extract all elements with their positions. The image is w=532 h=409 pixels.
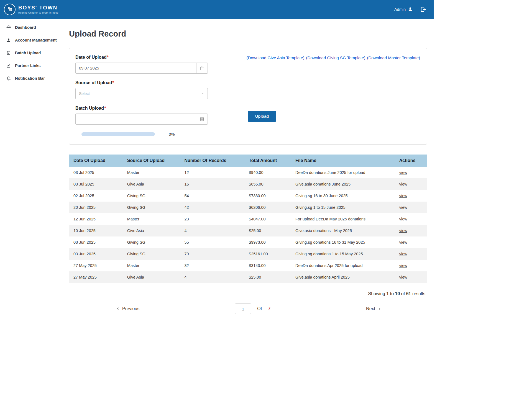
user-icon [6, 38, 11, 43]
top-header-bar: BOYS' TOWN Helping Children & Youth-in-n… [0, 0, 434, 19]
excel-file-icon[interactable] [196, 114, 208, 124]
view-link[interactable]: view [399, 228, 407, 233]
cell-total-amount: $3143.00 [244, 260, 291, 271]
chevron-right-icon [377, 307, 381, 311]
boystown-logo-icon [4, 4, 16, 15]
cell-date-of-upload: 03 Jul 2025 [69, 178, 123, 190]
col-date-of-upload: Date Of Upload [69, 155, 123, 167]
view-link[interactable]: view [399, 275, 407, 279]
next-label: Next [366, 306, 375, 311]
upload-button[interactable]: Upload [248, 111, 276, 122]
col-source-of-upload: Source Of Upload [123, 155, 180, 167]
cell-date-of-upload: 27 May 2025 [69, 271, 123, 283]
table-row: 03 Jun 2025Giving SG79$25161.00Giving.sg… [69, 248, 427, 260]
cell-source-of-upload: Master [123, 260, 180, 271]
pagination: Previous 1 Of 7 Next [69, 303, 427, 314]
table-row: 03 Jul 2025Master12$940.00DeeDa donation… [69, 167, 427, 178]
download-template-link[interactable]: (Download Master Template) [367, 55, 420, 60]
view-link[interactable]: view [399, 263, 407, 268]
required-marker: * [112, 80, 114, 85]
table-row: 20 Jun 2025Giving SG42$6206.00Giving.sg … [69, 202, 427, 213]
col-actions: Actions [395, 155, 427, 167]
document-icon [6, 50, 11, 55]
cell-file-name: DeeDa donations June 2025 for upload [291, 167, 395, 178]
cell-number-of-records: 32 [180, 260, 245, 271]
sidebar-item-dashboard[interactable]: Dashboard [0, 21, 62, 34]
download-template-link[interactable]: (Download Give Asia Template) [247, 55, 305, 60]
header-right: Admin [394, 6, 434, 13]
previous-button[interactable]: Previous [116, 306, 139, 311]
batch-upload-file-input[interactable] [76, 114, 196, 124]
select-placeholder: Select [79, 91, 90, 96]
cell-date-of-upload: 03 Jun 2025 [69, 236, 123, 248]
table-header: Date Of Upload Source Of Upload Number O… [69, 155, 427, 167]
table-header-row: Date Of Upload Source Of Upload Number O… [69, 155, 427, 167]
cell-source-of-upload: Give Asia [123, 178, 180, 190]
view-link[interactable]: view [399, 194, 407, 198]
table-row: 02 Jul 2025Giving SG54$7330.00Giving.sg … [69, 190, 427, 202]
cell-actions: view [395, 225, 427, 236]
cell-file-name: Giving.sg donations 1 to 15 May 2025 [291, 248, 395, 260]
next-button[interactable]: Next [366, 306, 381, 311]
view-link[interactable]: view [399, 217, 407, 221]
cell-source-of-upload: Give Asia [123, 225, 180, 236]
batch-upload-label: Batch Upload* [75, 106, 421, 111]
cell-source-of-upload: Master [123, 213, 180, 225]
results-from: 1 [386, 291, 389, 296]
view-link[interactable]: view [399, 205, 407, 210]
cell-file-name: For upload DeeDa May 2025 donations [291, 213, 395, 225]
brand: BOYS' TOWN Helping Children & Youth-in-n… [0, 0, 62, 19]
cell-total-amount: $4047.00 [244, 213, 291, 225]
date-of-upload-input[interactable] [76, 63, 196, 73]
cell-number-of-records: 42 [180, 202, 245, 213]
table-row: 12 Jun 2025Master23$4047.00For upload De… [69, 213, 427, 225]
sidebar: Dashboard Account Management Batch Uploa… [0, 19, 62, 409]
cell-source-of-upload: Master [123, 167, 180, 178]
cell-actions: view [395, 202, 427, 213]
main-content: Upload Record (Download Give Asia Templa… [62, 19, 434, 314]
cell-actions: view [395, 260, 427, 271]
view-link[interactable]: view [399, 170, 407, 175]
cell-number-of-records: 55 [180, 236, 245, 248]
table-row: 03 Jun 2025Giving SG55$9973.00Giving.sg … [69, 236, 427, 248]
download-template-link[interactable]: (Download Giving.SG Template) [306, 55, 365, 60]
dashboard-icon [6, 25, 11, 30]
sidebar-item-account-management[interactable]: Account Management [0, 34, 62, 47]
cell-source-of-upload: Giving SG [123, 248, 180, 260]
cell-number-of-records: 4 [180, 271, 245, 283]
logout-icon[interactable] [420, 6, 426, 13]
admin-label: Admin [394, 7, 406, 12]
sidebar-item-partner-links[interactable]: Partner Links [0, 59, 62, 72]
view-link[interactable]: view [399, 252, 407, 256]
cell-total-amount: $7330.00 [244, 190, 291, 202]
sidebar-item-notification-bar[interactable]: Notification Bar [0, 72, 62, 85]
upload-progress: 0% [81, 132, 421, 137]
cell-number-of-records: 12 [180, 167, 245, 178]
source-of-upload-select[interactable]: Select [75, 88, 208, 99]
upload-table-body: 03 Jul 2025Master12$940.00DeeDa donation… [69, 167, 427, 283]
cell-date-of-upload: 10 Jun 2025 [69, 225, 123, 236]
chart-line-icon [6, 63, 11, 68]
cell-file-name: Giving.sg 16 to 30 June 2025 [291, 190, 395, 202]
brand-title: BOYS' TOWN [18, 5, 58, 11]
sidebar-item-label: Notification Bar [15, 76, 45, 81]
page-title: Upload Record [69, 29, 427, 38]
cell-file-name: Giving.sg donations 16 to 31 May 2025 [291, 236, 395, 248]
cell-date-of-upload: 03 Jul 2025 [69, 167, 123, 178]
view-link[interactable]: view [399, 182, 407, 186]
sidebar-item-label: Dashboard [15, 25, 36, 30]
cell-actions: view [395, 248, 427, 260]
calendar-icon[interactable] [196, 63, 208, 73]
chevron-left-icon [116, 307, 120, 311]
app-window: BOYS' TOWN Helping Children & Youth-in-n… [0, 0, 434, 409]
cell-number-of-records: 79 [180, 248, 245, 260]
results-summary: Showing 1 to 10 of 61 results [69, 291, 427, 296]
page-number-input[interactable]: 1 [235, 303, 251, 314]
cell-actions: view [395, 190, 427, 202]
cell-date-of-upload: 27 May 2025 [69, 260, 123, 271]
admin-menu[interactable]: Admin [394, 7, 413, 12]
source-of-upload-field: Source of Upload* Select [75, 80, 421, 99]
sidebar-item-batch-upload[interactable]: Batch Upload [0, 47, 62, 59]
view-link[interactable]: view [399, 240, 407, 245]
table-row: 03 Jul 2025Give Asia16$655.00Give.asia d… [69, 178, 427, 190]
